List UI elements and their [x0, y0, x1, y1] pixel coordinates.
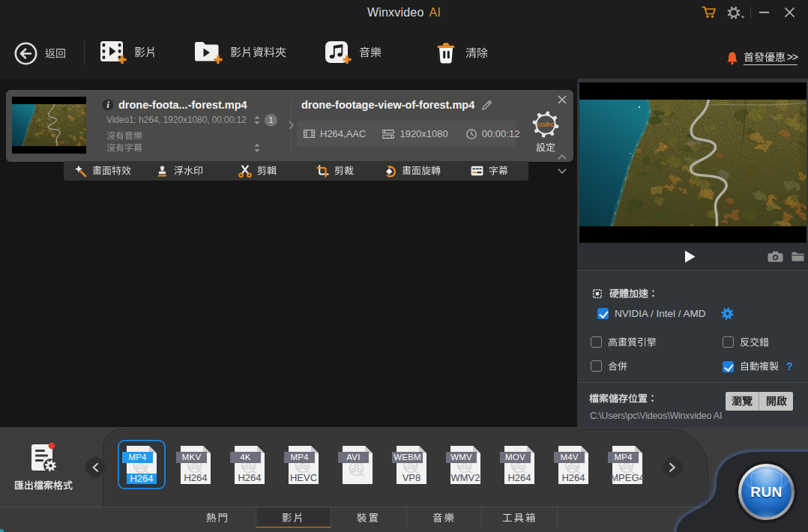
format-card-wmv-wmv2[interactable]: WMVWMV2 — [438, 438, 492, 492]
format-card-m4v-h264[interactable]: M4VH264 — [546, 438, 600, 492]
file-list: i drone-foota...-forest.mp4 Video1: h264… — [0, 79, 577, 427]
rename-pencil-icon[interactable] — [481, 100, 492, 111]
edit-tool-effects[interactable] — [64, 165, 141, 178]
merge-checkbox[interactable] — [591, 360, 602, 372]
format-card-mp4-hevc[interactable]: MP4HEVC — [277, 438, 331, 492]
corner-accent — [0, 529, 4, 532]
promo-link[interactable]: >> — [726, 51, 798, 65]
info-icon[interactable]: i — [102, 99, 114, 111]
format-card-avi[interactable]: AVI — [331, 438, 385, 492]
audio-track-status[interactable] — [106, 130, 142, 141]
merge-option[interactable] — [591, 360, 627, 372]
snapshot-camera-icon[interactable] — [768, 251, 783, 262]
edit-tool-rotate[interactable] — [373, 165, 450, 178]
format-card-doc: 4KH264 — [235, 446, 265, 484]
tab-音樂[interactable] — [407, 507, 483, 528]
list-scroll-arrows[interactable] — [557, 150, 567, 180]
track-select-arrows-icon[interactable] — [253, 115, 261, 125]
subtitle-track-status[interactable] — [106, 143, 142, 154]
titlebar: WinxvideoAI — [0, 0, 808, 25]
export-format-button[interactable] — [6, 441, 81, 491]
back-button[interactable] — [13, 41, 66, 66]
scroll-down-icon[interactable] — [557, 168, 567, 175]
add-music-button[interactable] — [325, 40, 382, 64]
open-folder-icon[interactable] — [792, 251, 804, 262]
subtitle-select-arrows-icon[interactable] — [253, 143, 261, 153]
auto-copy-option[interactable]: ? — [723, 360, 793, 372]
format-codec-label: H264 — [232, 472, 268, 483]
hq-engine-option[interactable] — [591, 336, 657, 348]
edit-tool-subtitle[interactable] — [451, 166, 528, 177]
tab-裝置[interactable] — [331, 507, 407, 528]
format-card-mp4-h264[interactable]: MP4H264 — [115, 438, 169, 492]
format-card-mp4-mpeg4[interactable]: MP4MPEG4 — [600, 438, 654, 492]
format-card-4k-h264[interactable]: 4KH264 — [223, 438, 277, 492]
add-video-folder-label — [230, 46, 286, 59]
trim-icon — [238, 165, 252, 178]
gpu-option-label: NVIDIA / Intel / AMD — [615, 308, 706, 319]
auto-copy-help[interactable]: ? — [786, 360, 793, 372]
acceleration-settings: NVIDIA / Intel / AMD ? — [577, 270, 808, 382]
close-button[interactable] — [777, 0, 802, 25]
tab-熱門[interactable] — [181, 507, 256, 528]
output-file-name: drone-footage-view-of-forest.mp4 — [301, 99, 474, 111]
edit-tool-crop[interactable] — [296, 165, 373, 178]
open-button[interactable] — [759, 392, 793, 411]
duration-chip: 00:00:12 — [466, 128, 520, 139]
film-reel-watermark-icon — [349, 461, 366, 478]
format-container-ribbon: 4K — [230, 452, 261, 464]
source-file-name: drone-foota...-forest.mp4 — [118, 99, 247, 111]
app-title-text: Winxvideo — [367, 6, 424, 19]
format-card-mkv-h264[interactable]: MKVH264 — [169, 438, 223, 492]
auto-copy-checkbox[interactable] — [723, 361, 734, 372]
video-track-info[interactable]: Video1: h264, 1920x1080, 00:00:12 — [106, 115, 247, 125]
video-thumbnail[interactable] — [12, 97, 86, 154]
toolbar-separator — [84, 41, 85, 64]
run-button[interactable]: RUN — [738, 464, 795, 520]
store-cart-button[interactable] — [696, 0, 722, 25]
gear-icon — [727, 6, 745, 19]
hw-accel-header — [591, 288, 654, 300]
deinterlace-option[interactable] — [723, 336, 769, 348]
format-container-ribbon: MP4 — [284, 452, 315, 464]
settings-menu-button[interactable] — [722, 0, 750, 25]
track-count-badge: 1 — [265, 114, 277, 127]
scroll-up-icon[interactable] — [557, 154, 567, 160]
add-video-folder-button[interactable] — [193, 40, 286, 64]
play-button[interactable] — [684, 250, 696, 263]
promo-text: >> — [744, 51, 798, 65]
gpu-checkbox[interactable] — [597, 308, 609, 319]
gpu-settings-gear-icon[interactable] — [721, 307, 734, 320]
format-card-doc: MP4MPEG4 — [612, 446, 642, 484]
file-entry-card[interactable]: i drone-foota...-forest.mp4 Video1: h264… — [6, 90, 573, 162]
storage-label — [589, 393, 654, 404]
edit-tool-watermark[interactable] — [141, 165, 218, 178]
edit-tool-trim[interactable] — [219, 165, 296, 178]
remove-file-icon[interactable] — [556, 94, 568, 106]
tab-工具箱[interactable] — [482, 507, 558, 528]
format-card-doc: MOVH264 — [504, 446, 534, 484]
promo-arrows: >> — [787, 51, 798, 63]
run-button-ball: RUN — [741, 467, 792, 517]
hq-engine-checkbox[interactable] — [591, 336, 602, 348]
format-card-webm-vp8[interactable]: WEBMVP8 — [385, 438, 438, 492]
minimize-button[interactable] — [751, 0, 777, 25]
add-video-button[interactable] — [100, 40, 157, 64]
video-preview[interactable] — [579, 82, 807, 243]
gpu-option-row[interactable]: NVIDIA / Intel / AMD — [597, 307, 734, 320]
cart-icon — [702, 6, 717, 19]
clear-button[interactable] — [433, 40, 488, 65]
format-container-ribbon: WMV — [446, 452, 477, 464]
storage-path[interactable]: C:\Users\pc\Videos\Winxvideo AI — [590, 411, 722, 421]
deinterlace-checkbox[interactable] — [723, 336, 734, 348]
format-card-mov-h264[interactable]: MOVH264 — [492, 438, 546, 492]
browse-button[interactable] — [726, 392, 759, 411]
tab-影片[interactable] — [256, 507, 332, 528]
subtitle-status-text — [106, 143, 142, 154]
edit-toolbar — [64, 161, 528, 181]
export-format-label — [14, 480, 73, 491]
resolution-chip-text: 1920x1080 — [400, 128, 447, 139]
format-codec-label: H264 — [127, 474, 157, 485]
promo-label — [744, 51, 786, 63]
format-container-ribbon: MP4 — [608, 452, 639, 464]
